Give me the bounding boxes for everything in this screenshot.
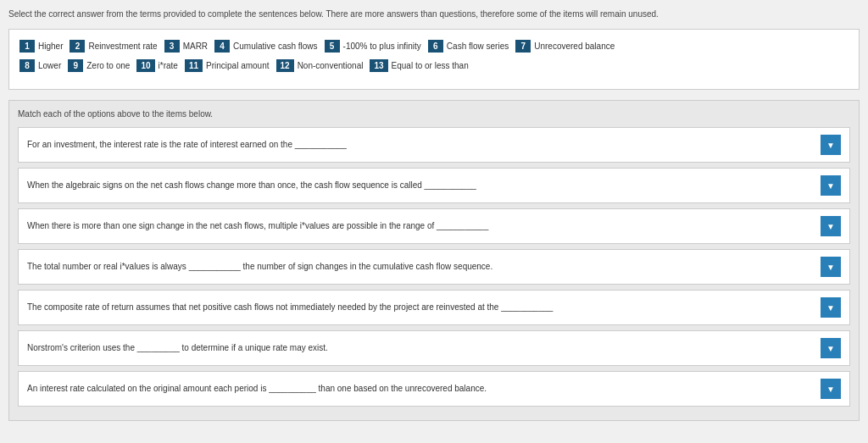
term-item-3: 3 MARR (164, 40, 208, 53)
dropdown-button-7[interactable]: ▼ (821, 379, 841, 399)
term-label-12: Non-conventional (298, 61, 364, 70)
term-label-2: Reinvestment rate (88, 42, 157, 51)
term-item-8: 8 Lower (19, 59, 61, 72)
question-row-2: When the algebraic signs on the net cash… (18, 168, 850, 203)
dropdown-button-3[interactable]: ▼ (821, 216, 841, 236)
term-item-13: 13 Equal to or less than (370, 59, 468, 72)
question-text-1: For an investment, the interest rate is … (27, 139, 814, 151)
term-badge-2: 2 (70, 40, 85, 53)
term-label-3: MARR (183, 42, 208, 51)
term-label-11: Principal amount (206, 61, 269, 70)
question-row-1: For an investment, the interest rate is … (18, 127, 850, 163)
term-label-7: Unrecovered balance (534, 42, 615, 51)
term-badge-4: 4 (214, 40, 230, 53)
term-label-8: Lower (38, 61, 61, 70)
term-label-1: Higher (38, 42, 63, 51)
question-text-6: Norstrom's criterion uses the _________ … (27, 342, 814, 354)
question-row-7: An interest rate calculated on the origi… (18, 371, 850, 407)
term-label-6: Cash flow series (447, 42, 509, 51)
term-item-7: 7 Unrecovered balance (515, 40, 615, 53)
question-text-5: The composite rate of return assumes tha… (27, 302, 814, 313)
term-item-6: 6 Cash flow series (428, 40, 509, 53)
match-instructions: Match each of the options above to the i… (18, 109, 850, 119)
term-item-1: 1 Higher (19, 40, 63, 53)
term-label-5: -100% to plus infinity (343, 42, 421, 51)
term-item-4: 4 Cumulative cash flows (214, 40, 317, 53)
term-label-4: Cumulative cash flows (233, 42, 317, 51)
question-text-4: The total number or real i*values is alw… (27, 261, 814, 273)
term-badge-5: 5 (325, 40, 340, 53)
term-badge-6: 6 (428, 40, 443, 53)
term-badge-8: 8 (19, 59, 35, 72)
question-text-7: An interest rate calculated on the origi… (27, 383, 814, 395)
dropdown-button-1[interactable]: ▼ (821, 135, 841, 155)
term-badge-1: 1 (19, 40, 35, 53)
term-label-10: i*rate (159, 61, 178, 70)
dropdown-button-2[interactable]: ▼ (821, 175, 841, 196)
terms-row-1: 1 Higher 2 Reinvestment rate 3 MARR 4 Cu… (19, 40, 849, 53)
dropdown-button-6[interactable]: ▼ (821, 338, 841, 358)
term-label-9: Zero to one (86, 61, 130, 70)
question-row-3: When there is more than one sign change … (18, 208, 850, 244)
question-text-3: When there is more than one sign change … (27, 220, 814, 232)
dropdown-button-5[interactable]: ▼ (821, 297, 841, 318)
question-row-4: The total number or real i*values is alw… (18, 249, 850, 285)
term-badge-13: 13 (370, 59, 387, 72)
terms-row-2: 8 Lower 9 Zero to one 10 i*rate 11 Princ… (19, 59, 849, 72)
question-text-2: When the algebraic signs on the net cash… (27, 180, 814, 191)
term-badge-3: 3 (164, 40, 180, 53)
instructions-text: Select the correct answer from the terms… (8, 8, 860, 20)
term-badge-11: 11 (185, 59, 203, 72)
term-badge-12: 12 (276, 59, 294, 72)
term-item-2: 2 Reinvestment rate (70, 40, 157, 53)
dropdown-button-4[interactable]: ▼ (821, 257, 841, 277)
terms-container: 1 Higher 2 Reinvestment rate 3 MARR 4 Cu… (8, 29, 860, 90)
question-row-6: Norstrom's criterion uses the _________ … (18, 330, 850, 366)
match-section: Match each of the options above to the i… (8, 100, 860, 421)
term-item-5: 5 -100% to plus infinity (325, 40, 421, 53)
term-badge-7: 7 (515, 40, 531, 53)
term-item-9: 9 Zero to one (68, 59, 130, 72)
term-item-10: 10 i*rate (136, 59, 177, 72)
term-badge-9: 9 (68, 59, 83, 72)
question-row-5: The composite rate of return assumes tha… (18, 290, 850, 325)
term-label-13: Equal to or less than (392, 61, 469, 70)
term-badge-10: 10 (136, 59, 154, 72)
term-item-11: 11 Principal amount (185, 59, 270, 72)
term-item-12: 12 Non-conventional (276, 59, 364, 72)
